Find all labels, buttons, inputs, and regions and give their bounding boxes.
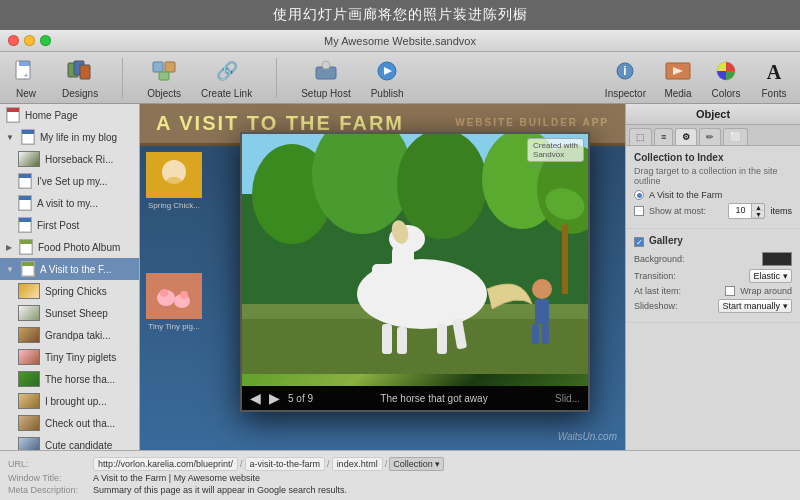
toolbar-media[interactable]: Media [662,57,694,99]
items-label: items [770,206,792,216]
url-row: URL: http://vorlon.karelia.com/blueprint… [8,457,792,471]
sidebar-item-setup[interactable]: I've Set up my... [12,170,139,192]
horseback-thumb [18,151,40,167]
toolbar-new[interactable]: + New [10,57,42,99]
slideshow-chevron: ▾ [783,301,788,311]
sidebar-item-farm[interactable]: ▼ A Visit to the F... [0,258,139,280]
sidebar-item-checkout[interactable]: Check out tha... [12,412,139,434]
lightbox-next[interactable]: ▶ [269,390,280,406]
sidebar-item-spring-chicks[interactable]: Spring Chicks [12,280,139,302]
sidebar-item-brought[interactable]: I brought up... [12,390,139,412]
svg-point-62 [532,279,552,299]
stepper-buttons: ▲ ▼ [752,204,764,218]
sidebar-tiny-piglets-label: Tiny Tiny piglets [45,352,133,363]
svg-rect-31 [20,240,32,244]
sidebar-home-label: Home Page [25,110,133,121]
lightbox-prev[interactable]: ◀ [250,390,261,406]
window-titlebar: My Awesome Website.sandvox [0,30,800,52]
panel-tab-3[interactable]: ⚙ [675,128,697,145]
thumb-spring-chicks[interactable] [146,152,202,198]
sidebar-item-food-album[interactable]: ▶ Food Photo Album [0,236,139,258]
toolbar-designs[interactable]: Designs [62,57,98,99]
collection-radio-row: A Visit to the Farm [634,190,792,200]
sidebar-item-grandpa[interactable]: Grandpa taki... [12,324,139,346]
new-icon: + [10,57,42,85]
toolbar-publish[interactable]: Publish [371,57,404,99]
blog-icon [21,129,35,145]
sidebar-horse-label: The horse tha... [45,374,133,385]
toolbar-right: i Inspector Media [605,57,790,99]
link-icon: 🔗 [211,57,243,85]
app-window: My Awesome Website.sandvox + New D [0,30,800,500]
expand-farm-icon: ▼ [6,265,14,274]
wrap-around-checkbox[interactable] [725,286,735,296]
sidebar-farm-label: A Visit to the F... [40,264,133,275]
sidebar: Home Page ▼ My life in my blog Horseback… [0,104,140,450]
thumb-tiny-piglets[interactable] [146,273,202,319]
close-button[interactable] [8,35,19,46]
tiny-piglets-thumb [18,349,40,365]
sidebar-item-visit[interactable]: A visit to my... [12,192,139,214]
publish-label: Publish [371,88,404,99]
maximize-button[interactable] [40,35,51,46]
minimize-button[interactable] [24,35,35,46]
svg-rect-8 [159,72,169,80]
svg-rect-59 [397,327,407,354]
show-at-most-checkbox[interactable] [634,206,644,216]
svg-text:🔗: 🔗 [216,60,239,82]
panel-tab-4[interactable]: ✏ [699,128,721,145]
toolbar-inspector[interactable]: i Inspector [605,57,646,99]
slideshow-select[interactable]: Start manually ▾ [718,299,792,313]
top-title: 使用幻灯片画廊将您的照片装进陈列橱 [0,0,800,30]
background-label: Background: [634,254,757,264]
toolbar-sep1 [122,58,123,98]
url-sep3: / [385,459,388,469]
sidebar-item-horse[interactable]: The horse tha... [12,368,139,390]
sidebar-item-sunset-sheep[interactable]: Sunset Sheep [12,302,139,324]
toolbar-setup-host[interactable]: Setup Host [301,57,350,99]
right-panel: Object ⬚ ≡ ⚙ ✏ ⬜ Collection to Index Dra… [625,104,800,450]
brought-thumb [18,393,40,409]
sidebar-item-horseback[interactable]: Horseback Ri... [12,148,139,170]
gallery-checkbox[interactable]: ✓ [634,237,644,247]
show-at-most-stepper[interactable]: 10 ▲ ▼ [728,203,765,219]
svg-point-48 [397,134,487,239]
sidebar-item-cute[interactable]: Cute candidate [12,434,139,450]
sidebar-cute-label: Cute candidate [45,440,133,451]
toolbar-colors[interactable]: Colors [710,57,742,99]
transition-select[interactable]: Elastic ▾ [749,269,792,283]
content-area: A VISIT TO THE FARM WEBSITE BUILDER APP [140,104,625,450]
svg-point-38 [166,177,182,187]
sidebar-item-first-post[interactable]: First Post [12,214,139,236]
slideshow-value: Start manually [722,301,780,311]
window-title: My Awesome Website.sandvox [324,35,476,47]
sidebar-brought-label: I brought up... [45,396,133,407]
lightbox-image: Created withSandvox [242,134,588,386]
lightbox: Created withSandvox ◀ ▶ 5 of 9 The horse… [240,132,590,412]
toolbar-objects[interactable]: Objects [147,57,181,99]
collection-radio[interactable] [634,190,644,200]
gallery-title-row: ✓ Gallery [634,235,792,249]
svg-point-42 [160,289,168,297]
svg-point-11 [322,61,330,69]
background-swatch[interactable] [762,252,792,266]
transition-row: Transition: Elastic ▾ [634,269,792,283]
sidebar-item-tiny-piglets[interactable]: Tiny Tiny piglets [12,346,139,368]
collection-dropdown[interactable]: Collection ▾ [389,457,444,471]
sidebar-checkout-label: Check out tha... [45,418,133,429]
toolbar-fonts[interactable]: A Fonts [758,57,790,99]
svg-rect-58 [382,324,392,354]
url-label: URL: [8,459,88,469]
panel-tab-2[interactable]: ≡ [654,128,673,145]
sidebar-item-home[interactable]: Home Page [0,104,139,126]
designs-label: Designs [62,88,98,99]
svg-rect-21 [7,108,19,112]
sidebar-item-blog[interactable]: ▼ My life in my blog [0,126,139,148]
svg-rect-27 [19,196,31,200]
lightbox-slide: Slid... [555,393,580,404]
toolbar-create-link[interactable]: 🔗 Create Link [201,57,252,99]
panel-tab-1[interactable]: ⬚ [629,128,652,145]
panel-tab-5[interactable]: ⬜ [723,128,748,145]
stepper-down[interactable]: ▼ [752,211,764,218]
svg-rect-1 [19,61,30,66]
